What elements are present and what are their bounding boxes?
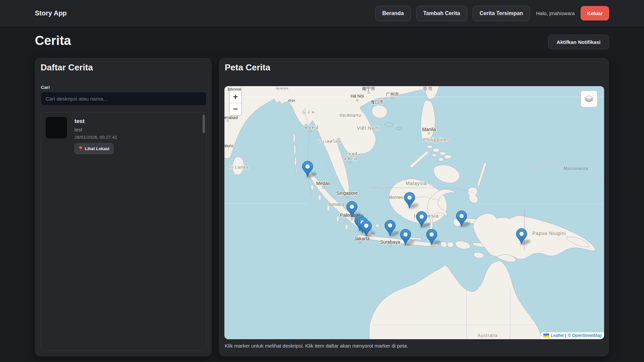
nav-item-cerita-tersimpan[interactable]: Cerita Tersimpan — [473, 6, 530, 21]
nav-item-beranda[interactable]: Beranda — [375, 6, 411, 21]
search-input[interactable] — [41, 92, 207, 106]
map-label: 臺灣 — [423, 86, 432, 91]
map-label: ရန်ကုန် — [304, 125, 318, 129]
story-list: test test 28/01/2026, 00.27.41 Lihat Lok… — [41, 112, 207, 351]
nav-actions: Beranda Tambah Cerita Cerita Tersimpan H… — [375, 6, 609, 21]
map-label: 南宁市 — [362, 86, 375, 91]
map-label: Singapore — [336, 190, 358, 196]
zoom-out-button[interactable]: − — [230, 103, 241, 115]
story-list-item[interactable]: test test 28/01/2026, 00.27.41 Lihat Lok… — [46, 117, 197, 154]
page-title: Cerita — [35, 34, 71, 48]
map-label: বাংলাদেশ — [275, 86, 288, 91]
map-label: 海口市 — [371, 100, 384, 105]
map-label: Việt Nam — [357, 125, 379, 131]
map-label: Micronesia — [564, 166, 588, 171]
story-map-panel: Peta Cerita — [219, 58, 609, 356]
zoom-in-button[interactable]: + — [230, 91, 241, 103]
land-bali — [441, 242, 447, 247]
map-label: ประเทศไทย — [317, 139, 341, 144]
story-meta: test test 28/01/2026, 00.27.41 Lihat Lok… — [74, 117, 117, 154]
map-label: ປະເທດລາວ — [339, 113, 361, 118]
top-navbar: Story App Beranda Tambah Cerita Cerita T… — [0, 0, 644, 27]
ukraine-flag-icon — [543, 334, 549, 338]
map-label: Medan — [316, 181, 331, 186]
list-scrollbar[interactable] — [203, 115, 205, 133]
map-label: Bengaluru — [224, 143, 233, 148]
map-label: 广州市 — [386, 92, 399, 97]
story-title: test — [74, 118, 117, 125]
osm-link[interactable]: © OpenStreetMap — [568, 333, 602, 338]
map-label: Sumatra — [328, 202, 344, 207]
story-list-title: Daftar Cerita — [41, 62, 93, 73]
red-pin-icon — [79, 146, 83, 151]
story-list-panel: Daftar Cerita Cari test test 28/01/2026,… — [35, 58, 212, 356]
map-label: မြန်မာ — [302, 110, 315, 115]
app-brand: Story App — [35, 9, 67, 17]
map-label: Surabaya — [380, 239, 400, 245]
map-label: Papua Niugini — [532, 231, 566, 236]
map-label: Philippines — [423, 137, 450, 142]
map-label: Borneo — [389, 195, 403, 200]
page: Story App Beranda Tambah Cerita Cerita T… — [0, 0, 644, 362]
map-label: Hà Nội — [351, 94, 364, 99]
attribution-separator: | — [565, 333, 566, 338]
nav-item-tambah-cerita[interactable]: Tambah Cerita — [416, 6, 467, 21]
map-zoom-control: + − — [229, 90, 242, 116]
map-label: រាជធានី — [344, 152, 358, 156]
search-label: Cari — [41, 85, 50, 90]
map-caption: Klik marker untuk melihat deskripsi. Kli… — [225, 343, 408, 349]
layers-icon — [584, 94, 594, 104]
map-label: Sri Lanka — [227, 165, 249, 170]
map-label: Malaysia — [406, 181, 427, 186]
map-attribution: Leaflet | © OpenStreetMap — [541, 332, 604, 339]
leaflet-link[interactable]: Leaflet — [551, 333, 564, 338]
map-svg: BhopalHyderabadBengaluruSri Lankaবাংলাদে… — [224, 86, 604, 339]
user-greeting: Halo, jmahiswara — [535, 10, 575, 16]
map-layers-control[interactable] — [580, 90, 598, 108]
story-description: test — [74, 127, 117, 132]
enable-notifications-button[interactable]: Aktifkan Notifikasi — [548, 35, 609, 49]
view-location-button[interactable]: Lihat Lokasi — [74, 143, 114, 154]
map-label: Manila — [422, 127, 436, 132]
story-thumbnail — [46, 117, 67, 138]
logout-button[interactable]: Keluar — [581, 6, 609, 20]
map-label: Hyderabad — [224, 115, 238, 120]
map-label: ភ្នំពេញ — [344, 157, 357, 161]
story-date: 28/01/2026, 00.27.41 — [74, 135, 117, 140]
map-label: চট্টগ্রাম — [287, 99, 296, 103]
story-map-title: Peta Cerita — [225, 62, 270, 73]
view-location-label: Lihat Lokasi — [85, 146, 109, 151]
map-label: Australia — [478, 333, 498, 338]
leaflet-map[interactable]: BhopalHyderabadBengaluruSri Lankaবাংলাদে… — [224, 86, 604, 339]
